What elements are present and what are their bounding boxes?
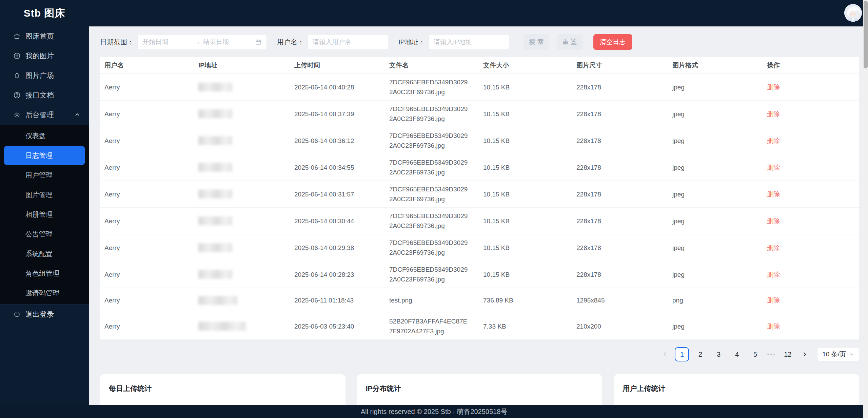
username-input[interactable] <box>308 34 388 50</box>
submenu-item-logs[interactable]: 日志管理 <box>4 146 85 165</box>
cell-upload-time: 2025-06-14 00:36:12 <box>290 136 385 146</box>
scrollbar-thumb[interactable] <box>864 1 868 68</box>
ip-masked <box>198 136 232 145</box>
logout-button[interactable]: 退出登录 <box>0 304 89 324</box>
col-upload-time: 上传时间 <box>290 60 385 70</box>
cell-username: Aerry <box>100 109 194 119</box>
submenu-item-system-config[interactable]: 系统配置 <box>0 244 89 264</box>
delete-link[interactable]: 删除 <box>767 323 780 330</box>
col-filesize: 文件大小 <box>479 60 572 70</box>
cell-username: Aerry <box>100 270 194 279</box>
admin-submenu: 仪表盘 日志管理 用户管理 图片管理 相册管理 公告管理 系统配置 角色组管理 … <box>0 125 89 304</box>
page-button-1[interactable]: 1 <box>675 347 689 361</box>
page-button-12[interactable]: 12 <box>781 347 795 361</box>
cell-filename: 7DCF965EBED5349D30292A0C23F69736.jpg <box>385 211 474 231</box>
table-row: Aerry 2025-06-14 00:31:57 7DCF965EBED534… <box>100 181 859 208</box>
logout-label: 退出登录 <box>25 310 54 319</box>
submenu-item-albums[interactable]: 相册管理 <box>0 205 89 224</box>
cell-filesize: 10.15 KB <box>479 270 572 279</box>
cell-format: jpeg <box>668 189 763 199</box>
cell-dimensions: 228x178 <box>572 270 668 279</box>
cell-filename: 52B20F7B3AFFAF4EC87E7F9702A427F3.jpg <box>385 316 474 336</box>
col-username: 用户名 <box>100 60 194 70</box>
card-title: 每日上传统计 <box>109 384 337 393</box>
clear-logs-button[interactable]: 清空日志 <box>593 34 632 50</box>
cell-upload-time: 2025-06-14 00:40:28 <box>290 82 385 92</box>
pagination: 1 2 3 4 5 ••• 12 10 条/页 <box>100 347 859 361</box>
cell-dimensions: 228x178 <box>572 136 668 146</box>
submenu-item-role-groups[interactable]: 角色组管理 <box>0 264 89 283</box>
col-format: 图片格式 <box>668 60 763 70</box>
delete-link[interactable]: 删除 <box>767 271 780 278</box>
table-row: Aerry 2025-06-14 00:37:39 7DCF965EBED534… <box>100 101 859 127</box>
delete-link[interactable]: 删除 <box>767 137 780 144</box>
sidebar-item-label: 图片广场 <box>25 71 54 80</box>
sidebar-item-my-images[interactable]: 我的图片 <box>0 46 89 66</box>
submenu-item-dashboard[interactable]: 仪表盘 <box>0 126 89 146</box>
cell-filesize: 10.15 KB <box>479 82 572 92</box>
submenu-item-images[interactable]: 图片管理 <box>0 185 89 205</box>
user-avatar[interactable] <box>844 4 862 22</box>
cell-filesize: 736.89 KB <box>479 295 572 305</box>
delete-link[interactable]: 删除 <box>767 84 780 91</box>
page-button-2[interactable]: 2 <box>693 347 707 361</box>
ip-masked <box>198 83 232 91</box>
topbar <box>89 0 868 26</box>
submenu-item-announcements[interactable]: 公告管理 <box>0 224 89 244</box>
vertical-scrollbar[interactable] <box>863 0 868 418</box>
chevron-up-icon <box>75 112 80 118</box>
sidebar-item-api-docs[interactable]: 接口文档 <box>0 85 89 105</box>
calendar-icon <box>255 39 262 45</box>
app-logo: Stb 图床 <box>0 0 89 26</box>
sidebar-item-gallery[interactable]: 图片广场 <box>0 66 89 85</box>
home-icon <box>13 32 21 40</box>
cell-dimensions: 228x178 <box>572 163 668 172</box>
cell-upload-time: 2025-06-14 00:30:44 <box>290 216 385 226</box>
cell-format: jpeg <box>668 216 763 226</box>
table-header: 用户名 IP地址 上传时间 文件名 文件大小 图片尺寸 图片格式 操作 <box>100 57 859 74</box>
card-title: IP分布统计 <box>366 384 594 393</box>
cell-filename: 7DCF965EBED5349D30292A0C23F69736.jpg <box>385 77 474 97</box>
page-button-5[interactable]: 5 <box>748 347 762 361</box>
cell-upload-time: 2025-06-14 00:37:39 <box>290 109 385 119</box>
droplet-icon <box>13 71 21 80</box>
page-button-4[interactable]: 4 <box>730 347 744 361</box>
date-end-placeholder: 结束日期 <box>203 38 252 46</box>
delete-link[interactable]: 删除 <box>767 164 780 171</box>
sidebar-item-admin[interactable]: 后台管理 <box>0 105 89 125</box>
cell-username: Aerry <box>100 243 194 253</box>
submenu-item-invite-codes[interactable]: 邀请码管理 <box>0 283 89 303</box>
table-row: Aerry 2025-06-14 00:40:28 7DCF965EBED534… <box>100 74 859 101</box>
cell-format: jpeg <box>668 109 763 119</box>
cell-username: Aerry <box>100 136 194 146</box>
delete-link[interactable]: 删除 <box>767 191 780 198</box>
ip-masked <box>198 163 232 172</box>
prev-page-button[interactable] <box>659 347 671 361</box>
cell-filesize: 10.15 KB <box>479 163 572 172</box>
cell-dimensions: 228x178 <box>572 189 668 199</box>
page-size-select[interactable]: 10 条/页 <box>817 347 859 361</box>
submenu-item-users[interactable]: 用户管理 <box>0 165 89 185</box>
col-actions: 操作 <box>763 60 859 70</box>
username-label: 用户名： <box>277 38 304 47</box>
cell-username: Aerry <box>100 216 194 226</box>
delete-link[interactable]: 删除 <box>767 217 780 225</box>
delete-link[interactable]: 删除 <box>767 244 780 251</box>
sidebar: Stb 图床 图床首页 我的图片 图片广场 接口文档 <box>0 0 89 418</box>
cell-filesize: 10.15 KB <box>479 189 572 199</box>
ip-masked <box>198 216 232 225</box>
table-row: Aerry 2025-06-14 00:36:12 7DCF965EBED534… <box>100 127 859 154</box>
delete-link[interactable]: 删除 <box>767 110 780 118</box>
ip-input[interactable] <box>429 34 509 50</box>
page-button-3[interactable]: 3 <box>711 347 726 361</box>
date-range-picker[interactable]: 开始日期 → 结束日期 <box>137 34 267 50</box>
ip-masked <box>198 322 246 331</box>
more-pages-icon[interactable]: ••• <box>766 351 776 357</box>
next-page-button[interactable] <box>799 347 810 361</box>
cell-username: Aerry <box>100 189 194 199</box>
delete-link[interactable]: 删除 <box>767 297 780 304</box>
sidebar-item-home[interactable]: 图床首页 <box>0 26 89 46</box>
reset-button[interactable]: 重 置 <box>557 34 583 50</box>
search-button[interactable]: 搜 索 <box>524 34 549 50</box>
cell-filesize: 10.15 KB <box>479 109 572 119</box>
